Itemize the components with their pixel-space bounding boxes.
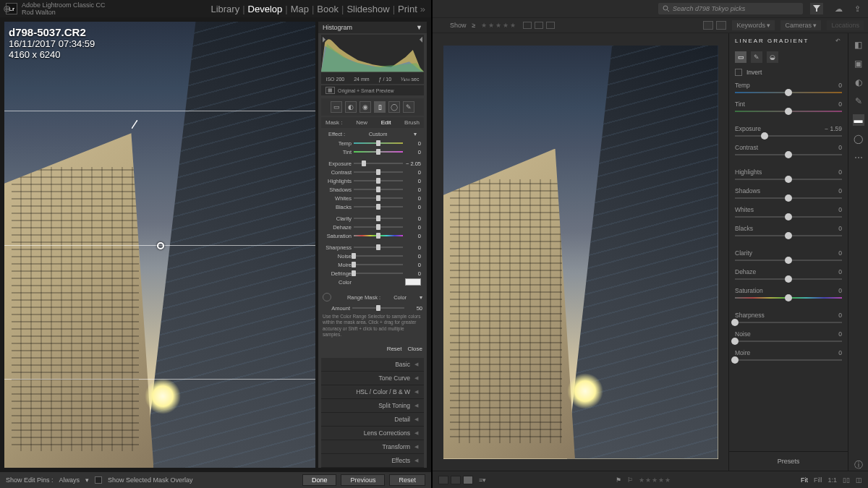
cc-slider-highlights[interactable]: Highlights0 xyxy=(735,168,842,180)
slider-contrast[interactable]: Contrast0 xyxy=(324,168,421,176)
brush-tool[interactable]: ✎ xyxy=(403,101,414,113)
flag-reject-b[interactable]: ⚐ xyxy=(627,476,633,484)
view-grid[interactable] xyxy=(703,21,713,30)
rating-threshold[interactable]: ≥ xyxy=(472,22,476,29)
cc-slider-shadows[interactable]: Shadows0 xyxy=(735,187,842,199)
slider-temp[interactable]: Temp0 xyxy=(324,139,421,147)
add-button[interactable]: ⊕ xyxy=(3,3,12,14)
flag-unflagged[interactable] xyxy=(535,22,543,29)
module-develop[interactable]: Develop xyxy=(248,4,283,14)
cc-preview-area[interactable] xyxy=(433,33,728,471)
panel-effects[interactable]: Effects◀ xyxy=(321,454,424,468)
fill-button[interactable]: Fill xyxy=(814,476,822,484)
module-book[interactable]: Book xyxy=(317,4,339,14)
slider-saturation[interactable]: Saturation0 xyxy=(324,231,421,240)
linear-icon[interactable]: ▬ xyxy=(853,114,864,126)
cc-slider-saturation[interactable]: Saturation0 xyxy=(735,287,842,299)
cc-slider-dehaze[interactable]: Dehaze0 xyxy=(735,268,842,280)
slider-whites[interactable]: Whites0 xyxy=(324,194,421,202)
cc-slider-moire[interactable]: Moire0 xyxy=(735,349,842,361)
flag-pick-b[interactable]: ⚑ xyxy=(616,476,621,484)
slider-tint[interactable]: Tint0 xyxy=(324,147,421,156)
reset-button[interactable]: Reset xyxy=(389,474,425,486)
locations-dropdown[interactable]: Locations xyxy=(827,20,864,30)
module-more-icon[interactable]: » xyxy=(420,4,425,14)
cc-slider-sharpness[interactable]: Sharpness0 xyxy=(735,312,842,323)
classic-preview-area[interactable]: d798-5037.CR2 16/11/2017 07:34:59 4160 x… xyxy=(4,22,315,468)
presets-button[interactable]: Presets xyxy=(729,451,848,471)
histogram[interactable]: ISO 200 24 mm ƒ / 10 ¹⁄₂₅₀ sec xyxy=(321,35,424,84)
filmstrip-icon[interactable]: ▯▯ xyxy=(843,476,850,484)
one-to-one-button[interactable]: 1:1 xyxy=(827,476,837,484)
panel-tone-curve[interactable]: Tone Curve◀ xyxy=(321,372,424,385)
module-map[interactable]: Map xyxy=(291,4,309,14)
brush-mask-tool[interactable]: ✎ xyxy=(751,51,762,63)
keywords-dropdown[interactable]: Keywords ▾ xyxy=(732,20,775,30)
previous-button[interactable]: Previous xyxy=(341,474,385,486)
cc-slider-tint[interactable]: Tint0 xyxy=(735,100,842,112)
cloud-icon[interactable]: ☁ xyxy=(835,4,843,14)
overlay-checkbox[interactable] xyxy=(95,476,102,484)
fit-button[interactable]: Fit xyxy=(801,476,808,484)
module-library[interactable]: Library xyxy=(210,4,239,14)
detail-view-button[interactable] xyxy=(463,476,473,484)
mask-reset[interactable]: Reset xyxy=(387,346,402,352)
edit-icon[interactable]: ◧ xyxy=(853,39,864,51)
cameras-dropdown[interactable]: Cameras ▾ xyxy=(780,20,821,30)
star-rating[interactable]: ★★★★★ xyxy=(639,476,671,484)
graduated-filter-tool[interactable]: ▯ xyxy=(374,101,386,113)
panel-detail[interactable]: Detail◀ xyxy=(321,413,424,427)
mask-edit[interactable]: Edit xyxy=(381,119,391,126)
slider-highlights[interactable]: Highlights0 xyxy=(324,176,421,185)
color-swatch[interactable] xyxy=(405,278,421,286)
slider-noise[interactable]: Noise0 xyxy=(324,252,421,260)
range-eyedropper-icon[interactable] xyxy=(323,293,331,301)
info-icon[interactable]: ⓘ xyxy=(853,459,864,471)
cc-slider-noise[interactable]: Noise0 xyxy=(735,330,842,342)
crop-tool[interactable]: ▭ xyxy=(331,101,342,113)
square-view-button[interactable] xyxy=(451,476,461,484)
search-input[interactable]: Search d798 Tokyo picks xyxy=(658,3,803,14)
linear-gradient-tool[interactable]: ▭ xyxy=(735,51,746,63)
slider-moire[interactable]: Moire0 xyxy=(324,260,421,269)
effect-dropdown[interactable]: Custom xyxy=(369,131,388,137)
flag-reject[interactable] xyxy=(546,22,555,29)
share-icon[interactable]: ⇪ xyxy=(854,4,861,14)
spot-tool[interactable]: ◐ xyxy=(345,101,357,113)
mask-brush[interactable]: Brush xyxy=(404,119,420,126)
brush-icon[interactable]: ✎ xyxy=(853,95,864,107)
compare-icon[interactable]: ◫ xyxy=(856,476,862,484)
sort-icon[interactable]: ≡▾ xyxy=(479,476,486,484)
module-print[interactable]: Print xyxy=(398,4,417,14)
panel-lens-corrections[interactable]: Lens Corrections◀ xyxy=(321,427,424,440)
more-icon[interactable]: ⋯ xyxy=(853,152,864,163)
mask-new[interactable]: New xyxy=(356,119,367,126)
amount-slider[interactable] xyxy=(352,307,404,309)
panel-hsl-color-b-w[interactable]: HSL / Color / B & W◀ xyxy=(321,385,424,399)
cc-slider-contrast[interactable]: Contrast0 xyxy=(735,144,842,155)
slider-shadows[interactable]: Shadows0 xyxy=(324,185,421,194)
heal-icon[interactable]: ◐ xyxy=(853,77,864,88)
star-filter[interactable]: ★★★★★ xyxy=(481,22,517,29)
slider-clarity[interactable]: Clarity0 xyxy=(324,214,421,223)
cc-slider-exposure[interactable]: Exposure− 1.59 xyxy=(735,125,842,137)
back-icon[interactable]: ↶ xyxy=(835,38,842,44)
flag-pick[interactable] xyxy=(523,22,532,29)
radial-filter-tool[interactable]: ◯ xyxy=(388,101,400,113)
mask-close[interactable]: Close xyxy=(408,346,422,352)
module-slideshow[interactable]: Slideshow xyxy=(346,4,389,14)
slider-sharpness[interactable]: Sharpness0 xyxy=(324,243,421,252)
panel-basic[interactable]: Basic◀ xyxy=(321,358,424,372)
redeye-tool[interactable]: ◉ xyxy=(359,101,371,113)
crop-icon[interactable]: ▣ xyxy=(853,58,864,69)
cc-slider-clarity[interactable]: Clarity0 xyxy=(735,249,842,261)
cc-slider-temp[interactable]: Temp0 xyxy=(735,82,842,93)
pins-dropdown[interactable]: Always xyxy=(59,476,80,484)
histogram-header[interactable]: Histogram▼ xyxy=(318,22,427,33)
slider-dehaze[interactable]: Dehaze0 xyxy=(324,223,421,231)
cc-slider-whites[interactable]: Whites0 xyxy=(735,206,842,218)
filter-button[interactable] xyxy=(810,3,823,14)
grid-view-button[interactable] xyxy=(438,476,448,484)
cc-slider-blacks[interactable]: Blacks0 xyxy=(735,225,842,236)
panel-transform[interactable]: Transform◀ xyxy=(321,440,424,454)
